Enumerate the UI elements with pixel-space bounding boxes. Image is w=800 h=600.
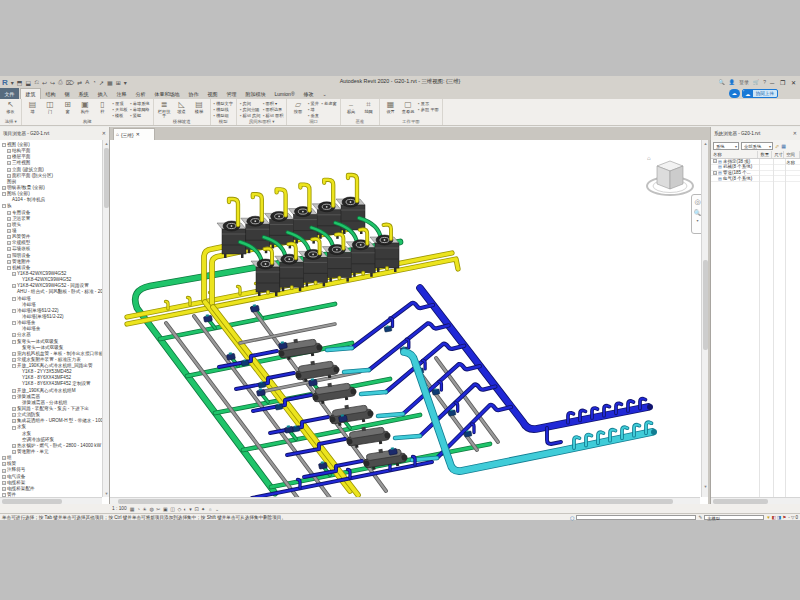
ribbon-tab-体量和场地[interactable]: 体量和场地 xyxy=(150,88,184,99)
viewbar-icon-10[interactable]: ⊡ xyxy=(194,506,198,512)
status-filter-icon-3[interactable]: ⚑ xyxy=(782,515,786,520)
design-options-field[interactable]: 主模型 xyxy=(704,515,764,521)
ribbon-tab-钢[interactable]: 钢 xyxy=(60,88,74,99)
ribbon-button-窗[interactable]: ⊞窗 xyxy=(60,100,75,114)
sb-row[interactable]: ▤ 电气(8 个系统) xyxy=(711,176,800,182)
ribbon-panel-洞口: ▱按面▪竖井▪墙▪垂直▪老虎窗洞口 xyxy=(287,99,340,125)
ribbon-tab-管理[interactable]: 管理 xyxy=(222,88,241,99)
viewbar-icon-0[interactable]: ▦ xyxy=(130,506,135,512)
status-filter-icon-1[interactable]: ◧ xyxy=(772,515,776,520)
view-control-icons[interactable]: ▦◔☀◍✂▣◫◇◐▾⊡✦☼⌄ xyxy=(130,506,219,512)
drawing-canvas[interactable]: ⌂ ◎ 🔍 ▾ ▲▼ xyxy=(110,140,708,504)
status-filter-icon-4[interactable]: ◔ xyxy=(787,515,790,520)
viewbar-icon-6[interactable]: ◫ xyxy=(170,506,175,512)
ribbon-tab-结构[interactable]: 结构 xyxy=(41,88,60,99)
ribbon-button-门[interactable]: ◫门 xyxy=(43,100,58,114)
viewbar-icon-9[interactable]: ▾ xyxy=(189,506,192,512)
ribbon-tab-分析[interactable]: 分析 xyxy=(131,88,150,99)
tab-dropdown-icon[interactable]: ⌄ xyxy=(318,88,331,99)
viewbar-icon-3[interactable]: ◍ xyxy=(149,506,153,512)
sb-tool-icon-2[interactable]: ▦ xyxy=(781,143,786,149)
ribbon-button-柱[interactable]: ▯柱 xyxy=(95,100,110,114)
tree-item[interactable]: +热水锅炉 - 燃气 - 卧式 - 2800 - 14000 kW xyxy=(0,443,100,449)
workset-field[interactable] xyxy=(576,515,696,521)
ribbon-button-构件[interactable]: ▣构件 xyxy=(78,100,93,114)
viewbar-icon-7[interactable]: ◇ xyxy=(177,506,181,512)
cart-icon[interactable]: 🛒 xyxy=(753,79,759,85)
project-browser-panel: −视图 (全部)+结构平面+楼层平面+三维视图+立面 (建筑立面)+面积平面 (… xyxy=(0,140,110,504)
system-browser-header[interactable]: 系统浏览器 - G20-1.rvt✕ xyxy=(710,127,800,140)
ribbon-button-按面[interactable]: ▱按面 xyxy=(290,100,305,114)
editable-only-icon[interactable]: ✎ xyxy=(698,515,702,520)
ribbon-button-楼梯[interactable]: ▤楼梯 xyxy=(192,100,207,114)
system-filter-dropdown[interactable]: 系统 xyxy=(713,142,739,150)
system-browser-hscrollbar[interactable] xyxy=(711,497,800,504)
view-filter-dropdown[interactable]: 全部系统 xyxy=(741,142,773,150)
viewbar-icon-8[interactable]: ◐ xyxy=(184,506,187,512)
ribbon-button-标高[interactable]: ⎯标高 xyxy=(344,100,359,114)
viewbar-icon-11[interactable]: ✦ xyxy=(201,506,205,512)
project-browser-header[interactable]: 项目浏览器 - G20-1.rvt✕ xyxy=(0,127,110,140)
home-icon: ⌂ xyxy=(116,132,119,137)
ribbon-panel-构建: ▤墙◫门⊞窗▣构件▯柱▪屋顶▪天花板▪楼板▪幕墙系统▪幕墙网格▪竖梃构建 xyxy=(22,99,154,125)
ribbon-tab-视图[interactable]: 视图 xyxy=(203,88,222,99)
ribbon-tab-系统[interactable]: 系统 xyxy=(74,88,93,99)
sb-column-数量[interactable]: 数量 xyxy=(758,151,772,158)
workset-icon[interactable]: ⬡ xyxy=(570,515,574,521)
canvas-vscrollbar[interactable]: ▲▼ xyxy=(701,140,708,497)
ribbon-button-栏杆扶手[interactable]: ≣栏杆扶手 xyxy=(157,100,172,119)
search-icon[interactable]: 🔍 xyxy=(718,79,724,85)
ribbon-tab-插入[interactable]: 插入 xyxy=(93,88,112,99)
status-filter-icon-0[interactable]: ▼ xyxy=(766,515,770,520)
scale-label[interactable]: 1 : 100 xyxy=(112,506,127,511)
ribbon-button-坡道[interactable]: ◺坡道 xyxy=(174,100,189,114)
user-icon[interactable]: 👤 xyxy=(729,79,735,85)
ribbon-button-墙[interactable]: ▤墙 xyxy=(25,100,40,114)
filter-icons[interactable]: ▼◧◨⚑◔▽0 xyxy=(766,515,798,520)
help-icon[interactable]: ? xyxy=(763,79,766,85)
ribbon-button-修改[interactable]: ↖修改 xyxy=(3,100,18,114)
project-browser-vscrollbar[interactable]: ▲▼ xyxy=(102,140,109,497)
tree-item[interactable]: +集成花洒组件 - UROM-H 型 - 带储水 - 100-175 CN xyxy=(0,418,100,424)
ribbon-tab-注释[interactable]: 注释 xyxy=(112,88,131,99)
signin-label[interactable]: 登录 xyxy=(739,79,749,85)
status-filter-icon-2[interactable]: ◨ xyxy=(777,515,781,520)
ribbon-button-参照 平面[interactable]: ▪参照 平面 xyxy=(418,106,439,112)
ribbon-button-查看器[interactable]: ▢查看器 xyxy=(401,100,416,114)
sb-column-尺寸[interactable]: 尺寸 xyxy=(772,151,784,158)
canvas-hscrollbar[interactable] xyxy=(110,497,700,504)
viewbar-icon-13[interactable]: ⌄ xyxy=(215,506,219,512)
tree-item[interactable]: +泵回路 - 装配弯头 - 泵房 - 下进下出 xyxy=(0,406,100,412)
project-browser-close-icon[interactable]: ✕ xyxy=(102,127,106,140)
view-cube[interactable]: ⌂ xyxy=(644,152,696,202)
ribbon-tab-Lumion®[interactable]: Lumion® xyxy=(270,88,299,99)
upload-button[interactable]: ☁协同上传 xyxy=(742,89,778,98)
sb-column-空间名称[interactable]: 空间名称 xyxy=(784,151,800,158)
viewbar-icon-4[interactable]: ✂ xyxy=(156,506,160,512)
cloud-icon[interactable]: ☁ xyxy=(729,89,740,98)
ribbon-tab-修改[interactable]: 修改 xyxy=(299,88,318,99)
system-browser-close-icon[interactable]: ✕ xyxy=(793,127,797,140)
sb-tool-icon-1[interactable]: ⬀ xyxy=(775,143,779,149)
ribbon-tab-建筑[interactable]: 建筑 xyxy=(20,88,41,99)
project-browser-tree[interactable]: −视图 (全部)+结构平面+楼层平面+三维视图+立面 (建筑立面)+面积平面 (… xyxy=(0,142,100,504)
window-buttons[interactable]: ─ ❐ ✕ xyxy=(770,79,798,86)
project-browser-hscrollbar[interactable] xyxy=(0,497,102,504)
revit-window: R▾⬒⬓⎌↩↪⎙⌦⇄A◔➚▦⊞▾ Autodesk Revit 2020 - G… xyxy=(0,76,800,519)
sb-column-名称[interactable]: 名称 xyxy=(711,151,758,158)
status-filter-icon-5[interactable]: ▽ xyxy=(791,515,794,520)
viewbar-icon-2[interactable]: ☀ xyxy=(142,506,146,512)
window-title: Autodesk Revit 2020 - G20-1.rvt - 三维视图: … xyxy=(0,78,800,85)
viewbar-icon-12[interactable]: ☼ xyxy=(208,506,213,512)
viewbar-icon-1[interactable]: ◔ xyxy=(137,506,140,512)
ribbon-button-老虎窗[interactable]: ▪老虎窗 xyxy=(321,100,336,106)
ribbon-button-设置[interactable]: ▦设置 xyxy=(383,100,398,114)
viewbar-icon-5[interactable]: ▣ xyxy=(163,506,168,512)
ribbon-tab-附加模块[interactable]: 附加模块 xyxy=(241,88,270,99)
status-filter-icon-6[interactable]: 0 xyxy=(795,515,798,520)
view-tab-3d[interactable]: ⌂{三维}✕ xyxy=(113,128,155,140)
ribbon-tab-文件[interactable]: 文件 xyxy=(0,88,19,99)
view-tab-close-icon[interactable]: ✕ xyxy=(136,132,140,137)
ribbon-tab-协作[interactable]: 协作 xyxy=(184,88,203,99)
ribbon-button-轴网[interactable]: ⌗轴网 xyxy=(361,100,376,114)
